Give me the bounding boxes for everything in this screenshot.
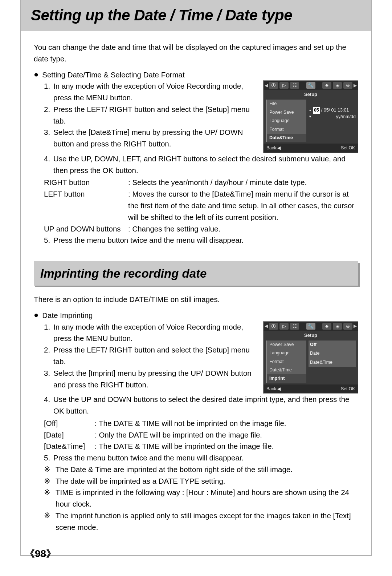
def-label: RIGHT button [44, 177, 128, 188]
chevron-left-icon: ◀ [264, 323, 268, 330]
note-text: The Date & Time are imprinted at the bot… [56, 464, 358, 475]
page-number: 《98》 [25, 547, 56, 561]
camera-lcd-setup-imprint: ◀ ⦿ ▷ ☷ 🔧 ♣ ◈ ⊖ ▶ Setup [263, 321, 358, 394]
tab-icon: ♣ [322, 82, 331, 89]
tab-icon: ◈ [333, 323, 342, 330]
step-number: 5. [44, 452, 53, 464]
camera-lcd-setup-datetime: ◀ ⦿ ▷ ☷ 🔧 ♣ ◈ ⊖ ▶ Setup [263, 80, 358, 153]
tab-icon: ☷ [290, 82, 299, 89]
up-arrow-icon: ▲ [309, 109, 312, 112]
step-text: Select the [Imprint] menu by pressing th… [53, 367, 257, 391]
def-text: : Changes the setting value. [128, 223, 358, 235]
lcd-back: Back:◀ [266, 145, 281, 152]
section2-intro: There is an option to include DATE/TIME … [34, 294, 358, 305]
section2-title: Imprinting the recording date [40, 264, 352, 283]
menu-item: Date&Time [267, 366, 306, 374]
lcd-back: Back:◀ [266, 386, 281, 392]
tab-icon: ☷ [290, 323, 299, 330]
lcd-set: Set:OK [341, 145, 355, 152]
note-text: TIME is imprinted in the following way :… [56, 487, 358, 510]
step-text: Select the [Date&Time] menu by pressing … [53, 126, 257, 150]
note-text: The imprint function is applied only to … [56, 510, 358, 533]
date-format: yy/mm/dd [313, 113, 356, 120]
step-text: Press the menu button twice and the menu… [53, 452, 358, 464]
note-symbol: ※ [44, 487, 56, 510]
step-number: 1. [44, 80, 53, 104]
chevron-right-icon: ▶ [353, 323, 357, 330]
lcd-set: Set:OK [341, 386, 355, 392]
step-text: Press the LEFT/ RIGHT button and select … [53, 104, 257, 127]
step-text: Press the LEFT/ RIGHT button and select … [53, 344, 257, 367]
step-text: In any mode with the exception of Voice … [53, 80, 257, 104]
note-symbol: ※ [44, 510, 56, 533]
section2-title-block: Imprinting the recording date [34, 261, 358, 286]
option: Date&Time [309, 358, 356, 367]
menu-item: Format [267, 358, 306, 366]
section1-intro: You can change the date and time that wi… [34, 41, 358, 65]
step-number: 2. [44, 104, 53, 127]
def-text: : Selects the year/month / day/hour / mi… [128, 177, 358, 188]
step-number: 5. [44, 234, 53, 246]
page-title-block: Setting up the Date / Time / Date type [21, 0, 371, 31]
date-value: / 05/ 01 13:01 [321, 107, 349, 114]
def-text: : Only the DATE will be imprinted on the… [95, 429, 358, 441]
def-text: : Moves the cursor to the [Date&Time] ma… [128, 188, 358, 223]
bullet-icon: ● [34, 69, 38, 80]
step-text: Use the UP, DOWN, LEFT, and RIGHT button… [53, 153, 358, 176]
tab-setup-icon: 🔧 [306, 323, 315, 330]
note-symbol: ※ [44, 475, 56, 487]
menu-item-selected: Date&Time [267, 134, 306, 142]
tab-icon: ⊖ [343, 323, 352, 330]
chevron-right-icon: ▶ [353, 82, 357, 89]
def-label: [Date] [44, 429, 95, 441]
lcd-setup-label: Setup [264, 331, 358, 341]
step-text: Press the menu button twice and the menu… [53, 234, 358, 246]
tab-icon: ⦿ [269, 323, 278, 330]
menu-item: Language [267, 349, 306, 357]
def-label: [Date&Time] [44, 440, 95, 452]
step-number: 4. [44, 394, 53, 417]
option-selected: Off [309, 341, 356, 349]
menu-item: Power Save [267, 341, 306, 349]
def-label: UP and DOWN buttons [44, 223, 128, 235]
bullet-icon: ● [34, 310, 38, 321]
step-number: 4. [44, 153, 53, 176]
def-text: : The DATE & TIME will not be imprinted … [95, 418, 358, 429]
menu-item: Format [267, 125, 306, 134]
option: Date [309, 349, 356, 358]
tab-icon: ▷ [279, 82, 289, 89]
tab-icon: ⊖ [343, 82, 352, 89]
menu-item: File [267, 100, 306, 108]
lcd-setup-label: Setup [264, 90, 358, 100]
menu-item: Language [267, 117, 306, 125]
tab-icon: ▷ [279, 323, 289, 330]
step-text: Use the UP and DOWN buttons to select th… [53, 394, 358, 417]
down-arrow-icon: ▼ [309, 115, 312, 118]
section2-bullet-heading: Date Imprinting [42, 310, 93, 321]
page-title: Setting up the Date / Time / Date type [31, 7, 361, 24]
menu-item: Power Save [267, 108, 306, 117]
def-label: LEFT button [44, 188, 128, 223]
date-hl: 05 [313, 107, 320, 114]
section1-bullet-heading: Setting Date/Time & Selecting Date Forma… [42, 69, 184, 81]
step-number: 1. [44, 321, 53, 345]
tab-icon: ◈ [333, 82, 342, 89]
step-text: In any mode with the exception of Voice … [53, 321, 257, 345]
tab-setup-icon: 🔧 [306, 82, 315, 89]
tab-icon: ♣ [322, 323, 331, 330]
step-number: 3. [44, 367, 53, 391]
step-number: 2. [44, 344, 53, 367]
def-text: : The DATE & TIME will be imprinted on t… [95, 440, 358, 452]
tab-icon: ⦿ [269, 82, 278, 89]
step-number: 3. [44, 126, 53, 150]
note-text: The date will be imprinted as a DATE TYP… [56, 475, 358, 487]
chevron-left-icon: ◀ [264, 82, 268, 89]
def-label: [Off] [44, 418, 95, 429]
menu-item-selected: Imprint [267, 374, 306, 383]
note-symbol: ※ [44, 464, 56, 475]
